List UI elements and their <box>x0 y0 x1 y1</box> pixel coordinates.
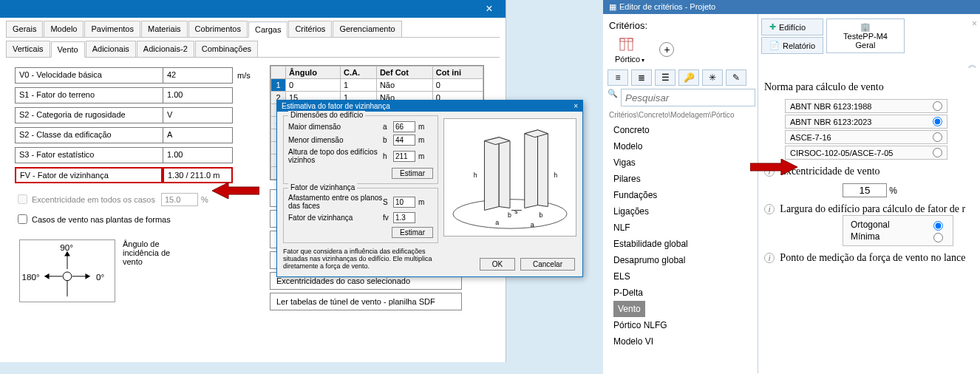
tab-critérios[interactable]: Critérios <box>288 21 332 37</box>
tree-item[interactable]: Fundações <box>613 187 753 203</box>
fator-group: Fator de vizinhança Afastamento entre os… <box>283 188 438 243</box>
ecc-value[interactable]: 15.0 <box>161 193 198 206</box>
svg-text:a: a <box>531 221 534 228</box>
tree-item[interactable]: ELS <box>613 268 753 285</box>
tree-item[interactable]: P-Delta <box>613 285 753 301</box>
tree-item[interactable]: Estabilidade global <box>613 236 753 252</box>
subtab-vento[interactable]: Vento <box>51 41 85 58</box>
grid-row[interactable]: 101Não0 <box>271 79 483 92</box>
collapse-icon[interactable]: ︽ <box>968 58 977 71</box>
subtab-verticais[interactable]: Verticais <box>6 41 50 57</box>
portico-button[interactable]: Pórtico ▾ <box>615 35 644 64</box>
tab-materiais[interactable]: Materiais <box>141 21 188 37</box>
tab-cobrimentos[interactable]: Cobrimentos <box>188 21 248 37</box>
align-right-icon[interactable]: ☰ <box>655 69 676 86</box>
param-value[interactable]: A <box>163 127 233 143</box>
est-field-input[interactable] <box>393 121 415 132</box>
norm-option[interactable]: ABNT NBR 6123:1988 <box>785 99 947 113</box>
largura-option[interactable]: Ortogonal <box>851 219 945 231</box>
tree-item[interactable]: Modelo VI <box>613 333 753 350</box>
forms-checkbox[interactable] <box>18 214 27 224</box>
estimar-button-1[interactable]: Estimar <box>392 168 433 179</box>
tab-modelo[interactable]: Modelo <box>44 21 84 37</box>
est-field-letter: S <box>383 198 393 206</box>
close-button[interactable]: × <box>473 0 506 18</box>
add-criteria-button[interactable]: + <box>659 42 674 57</box>
est-field-input[interactable] <box>393 135 415 146</box>
report-icon: 📄 <box>769 41 780 50</box>
norm-radio[interactable] <box>933 117 942 126</box>
subtab-adicionais-2[interactable]: Adicionais-2 <box>137 41 194 57</box>
forms-label: Casos de vento nas plantas de formas <box>32 215 171 224</box>
tab-gerenciamento[interactable]: Gerenciamento <box>333 21 401 37</box>
param-value[interactable]: 1.00 <box>163 87 233 103</box>
norm-option[interactable]: ASCE-7-16 <box>785 130 947 144</box>
subtab-combinações[interactable]: Combinações <box>195 41 258 57</box>
estimativa-close-icon[interactable]: × <box>574 102 578 110</box>
align-center-icon[interactable]: ≣ <box>631 69 652 86</box>
param-value[interactable]: 42 <box>163 67 233 84</box>
exc-value-input[interactable] <box>843 183 887 197</box>
info-icon[interactable]: i <box>764 204 775 214</box>
param-value[interactable]: 1.00 <box>163 147 233 163</box>
svg-marker-16 <box>525 130 538 208</box>
portico-icon <box>618 35 642 53</box>
norm-radio[interactable] <box>933 101 942 111</box>
tree-item[interactable]: Vento <box>613 301 753 317</box>
tree-item[interactable]: Ligações <box>613 203 753 220</box>
exc-unit: % <box>889 186 897 196</box>
param-label: S2 - Classe da edificação <box>15 127 163 143</box>
section-ponto: i Ponto de medição da força de vento no … <box>764 252 977 264</box>
est-field-label: Maior dimensão <box>288 123 383 131</box>
tab-cargas[interactable]: Cargas <box>248 21 287 38</box>
est-field-row: Maior dimensãoam <box>288 121 433 132</box>
largura-option[interactable]: Mínima <box>851 231 945 242</box>
tab-pavimentos[interactable]: Pavimentos <box>84 21 140 37</box>
relatorio-button[interactable]: 📄 Relatório <box>761 37 823 54</box>
tree-item[interactable]: Pórtico NLFG <box>613 317 753 333</box>
svg-marker-30 <box>750 159 797 175</box>
tree-item[interactable]: Concreto <box>613 122 753 138</box>
tab-gerais[interactable]: Gerais <box>6 21 43 37</box>
est-field-input[interactable] <box>393 197 415 208</box>
svg-marker-14 <box>499 137 510 208</box>
tree-item[interactable]: Modelo <box>613 138 753 154</box>
param-label: S3 - Fator estatístico <box>15 147 163 163</box>
norm-option[interactable]: CIRSOC-102-05/ASCE-7-05 <box>785 146 947 160</box>
grid-header: C.A. <box>340 67 376 79</box>
norm-radio[interactable] <box>933 148 942 157</box>
subtab-adicionais[interactable]: Adicionais <box>86 41 136 57</box>
align-left-icon[interactable]: ≡ <box>608 69 628 86</box>
tree-item[interactable]: Desaprumo global <box>613 252 753 268</box>
largura-radio[interactable] <box>933 221 943 231</box>
ecc-checkbox[interactable] <box>18 194 27 204</box>
norm-option[interactable]: ABNT NBR 6123:2023 <box>785 115 947 129</box>
param-value[interactable]: V <box>163 107 233 123</box>
largura-label: Mínima <box>851 231 879 242</box>
est-field-input[interactable] <box>393 151 415 162</box>
est-field-input[interactable] <box>393 212 415 223</box>
estimativa-title: Estimativa do fator de vizinhança <box>282 102 390 110</box>
largura-radio[interactable] <box>933 233 943 242</box>
est-field-letter: fv <box>383 214 393 222</box>
est-field-row: Menor dimensãobm <box>288 135 433 146</box>
est-field-row: Altura de topo dos edifícios vizinhoshm <box>288 148 433 164</box>
estimar-button-2[interactable]: Estimar <box>392 227 433 238</box>
info-icon[interactable]: i <box>764 253 775 263</box>
ok-button[interactable]: OK <box>480 258 515 271</box>
cancel-button[interactable]: Cancelar <box>520 258 575 271</box>
tree-item[interactable]: NLF <box>613 220 753 236</box>
param-value[interactable]: 1.30 / 211.0 m <box>163 167 233 183</box>
close-panel-icon[interactable]: × <box>908 18 977 29</box>
pencil-icon[interactable]: ✎ <box>726 69 746 86</box>
ler-tabelas-button[interactable]: Ler tabelas de túnel de vento - planilha… <box>270 293 462 310</box>
search-input[interactable] <box>621 89 755 106</box>
star-icon[interactable]: ✳ <box>702 69 723 86</box>
tree-item[interactable]: Pilares <box>613 171 753 187</box>
edificio-button[interactable]: ✚ Edifício <box>761 18 823 35</box>
tree-item[interactable]: Vigas <box>613 154 753 171</box>
norm-radio[interactable] <box>933 132 942 142</box>
criteria-content-pane: ✚ Edifício 📄 Relatório 🏢 TestePP-M4 Gera… <box>758 14 980 373</box>
plus-icon: ✚ <box>769 22 776 32</box>
key-icon[interactable]: 🔑 <box>678 69 699 86</box>
